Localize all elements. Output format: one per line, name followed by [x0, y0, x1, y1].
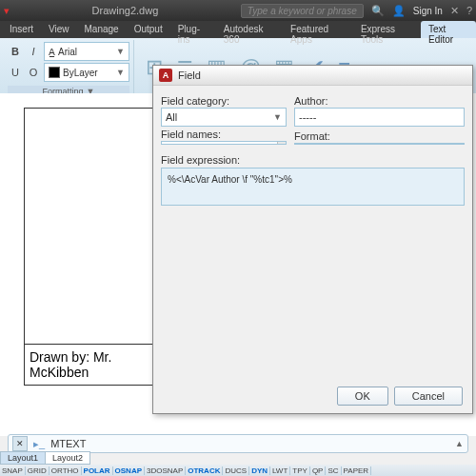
app-menu-icon[interactable]: ▾ [4, 5, 10, 17]
close-cmd-icon[interactable]: ✕ [12, 436, 28, 451]
command-line[interactable]: ✕ ▸_ MTEXT ▲ [8, 434, 468, 453]
status-snap[interactable]: SNAP [0, 466, 26, 475]
tab-featured-apps[interactable]: Featured Apps [283, 21, 353, 38]
status-ducs[interactable]: DUCS [223, 466, 249, 475]
field-expression-box: %<\AcVar Author \f "%tc1">% [161, 168, 465, 206]
status-bar: SNAPGRIDORTHOPOLAROSNAP3DOSNAPOTRACKDUCS… [0, 465, 476, 476]
chevron-down-icon: ▼ [116, 47, 125, 56]
status-otrack[interactable]: OTRACK [186, 466, 223, 475]
search-input[interactable]: Type a keyword or phrase [241, 4, 364, 18]
cmd-history-icon[interactable]: ▲ [455, 439, 464, 448]
field-category-select[interactable]: All ▼ [161, 108, 287, 127]
field-names-label: Field names: [161, 129, 287, 140]
italic-button[interactable]: I [26, 44, 41, 59]
font-select[interactable]: A̲ Arial ▼ [44, 42, 129, 61]
status-osnap[interactable]: OSNAP [113, 466, 145, 475]
dialog-title: Field [178, 69, 201, 81]
drawn-by-text: Drawn by: Mr. McKibben [25, 344, 168, 385]
color-swatch [49, 67, 60, 78]
chevron-down-icon: ▼ [116, 68, 125, 77]
field-names-listbox[interactable]: CurrentSheetCategoryCurrentSheetCustomCu… [161, 141, 287, 145]
help-icon[interactable]: ? [466, 5, 472, 16]
tab-insert[interactable]: Insert [2, 21, 41, 38]
document-title: Drawing2.dwg [17, 5, 233, 16]
dialog-title-bar[interactable]: A Field [153, 66, 472, 86]
author-value: ----- [299, 111, 316, 123]
status-lwt[interactable]: LWT [270, 466, 290, 475]
status-grid[interactable]: GRID [26, 466, 50, 475]
format-listbox[interactable]: (none)UppercaseLowercaseFirst capitalTit… [294, 143, 465, 145]
field-expression-label: Field expression: [161, 154, 465, 166]
format-label: Format: [294, 130, 465, 142]
sign-in-link[interactable]: Sign In [413, 6, 443, 16]
layout-tab-layout2[interactable]: Layout2 [45, 451, 90, 465]
tab-output[interactable]: Output [127, 21, 170, 38]
overline-button[interactable]: O [26, 65, 41, 80]
status-qp[interactable]: QP [310, 466, 327, 475]
tab-text-editor[interactable]: Text Editor [421, 21, 476, 38]
scrollbar[interactable] [277, 142, 286, 144]
tab-view[interactable]: View [41, 21, 77, 38]
formatting-group: B I A̲ Arial ▼ U O ByLayer ▼ Formatting▼ [4, 40, 134, 95]
status-polar[interactable]: POLAR [82, 466, 113, 475]
ribbon-tabs: InsertViewManageOutputPlug-insAutodesk 3… [0, 21, 476, 38]
status-tpy[interactable]: TPY [290, 466, 310, 475]
ok-button[interactable]: OK [337, 387, 388, 406]
status-dyn[interactable]: DYN [249, 466, 270, 475]
font-name: Arial [58, 47, 77, 57]
dialog-icon: A [159, 69, 172, 82]
status-sc[interactable]: SC [326, 466, 341, 475]
list-item[interactable]: CurrentSheetCategory [162, 142, 278, 144]
drawing-frame: Drawn by: Mr. McKibben [24, 108, 169, 386]
exchange-icon[interactable]: ✕ [450, 5, 459, 17]
status-paper[interactable]: PAPER [342, 466, 372, 475]
status-3dosnap[interactable]: 3DOSNAP [145, 466, 186, 475]
font-aa-icon: A̲ [49, 47, 55, 57]
layout-tabs: Layout1Layout2 [0, 451, 89, 465]
field-category-value: All [166, 111, 177, 123]
status-ortho[interactable]: ORTHO [50, 466, 82, 475]
tab-autodesk-360[interactable]: Autodesk 360 [216, 21, 283, 38]
search-icon[interactable]: 🔍 [371, 5, 385, 17]
tab-plug-ins[interactable]: Plug-ins [170, 21, 216, 38]
user-icon: 👤 [392, 5, 406, 17]
field-expression-value: %<\AcVar Author \f "%tc1">% [168, 174, 292, 185]
cmd-prompt-icon: ▸_ [33, 438, 45, 450]
cmd-text: MTEXT [50, 438, 86, 449]
layout-tab-layout1[interactable]: Layout1 [0, 451, 46, 465]
cancel-button[interactable]: Cancel [394, 387, 463, 406]
tab-manage[interactable]: Manage [77, 21, 127, 38]
author-field: ----- [294, 108, 465, 127]
title-bar: ▾ Drawing2.dwg Type a keyword or phrase … [0, 0, 476, 21]
layer-select[interactable]: ByLayer ▼ [44, 63, 129, 82]
bold-button[interactable]: B [8, 44, 23, 59]
field-category-label: Field category: [161, 95, 287, 107]
underline-button[interactable]: U [8, 65, 23, 80]
field-dialog: A Field Field category: All ▼ Field name… [152, 65, 473, 414]
tab-express-tools[interactable]: Express Tools [353, 21, 421, 38]
author-label: Author: [294, 95, 465, 107]
chevron-down-icon: ▼ [273, 112, 282, 122]
layer-name: ByLayer [63, 68, 98, 78]
